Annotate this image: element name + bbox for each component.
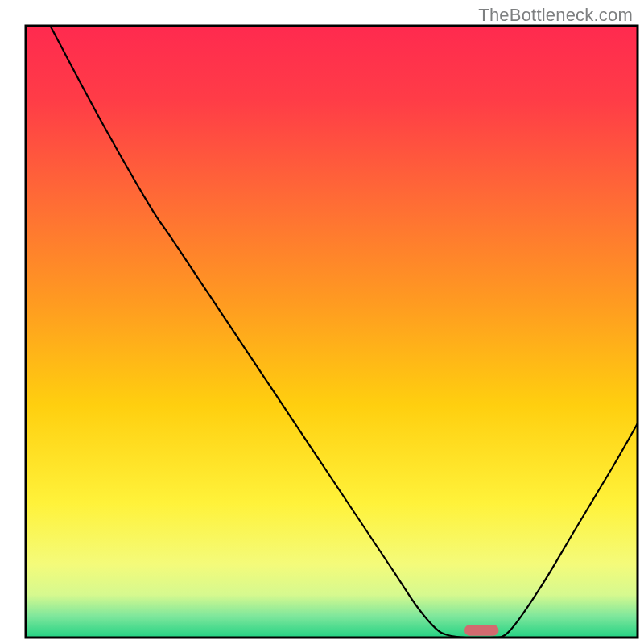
- watermark-label: TheBottleneck.com: [478, 5, 633, 26]
- bottleneck-chart: [0, 0, 644, 644]
- plot-background: [26, 26, 638, 638]
- chart-container: TheBottleneck.com: [0, 0, 644, 644]
- optimal-marker: [464, 625, 499, 636]
